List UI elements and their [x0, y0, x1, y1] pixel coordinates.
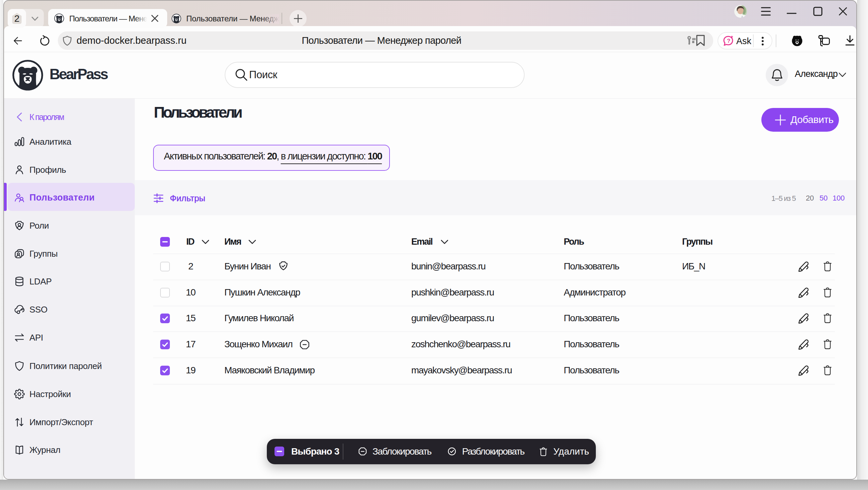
svg-text:?: ?	[727, 38, 730, 44]
